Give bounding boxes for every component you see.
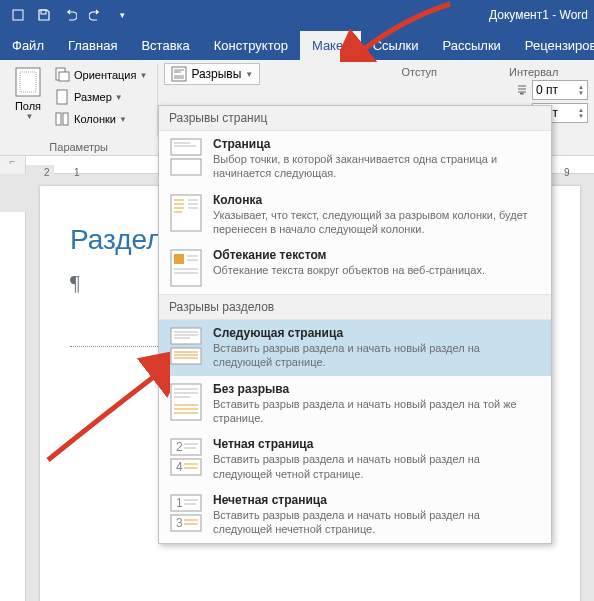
tab-review[interactable]: Рецензирован: [513, 31, 594, 60]
svg-text:3: 3: [176, 516, 183, 530]
tab-mailings[interactable]: Рассылки: [430, 31, 512, 60]
svg-rect-6: [57, 90, 67, 104]
spacing-before-icon: [515, 83, 529, 97]
vertical-ruler[interactable]: [0, 174, 26, 601]
spinner-icon[interactable]: ▲▼: [578, 84, 584, 96]
svg-rect-36: [171, 348, 201, 364]
break-evenpage-icon: 24: [169, 437, 203, 477]
break-continuous[interactable]: Без разрываВставить разрыв раздела и нач…: [159, 376, 551, 432]
dropdown-header-section-breaks: Разрывы разделов: [159, 294, 551, 320]
break-page[interactable]: СтраницаВыбор точки, в которой заканчива…: [159, 131, 551, 187]
indent-header: Отступ: [401, 64, 437, 80]
svg-rect-9: [172, 67, 186, 81]
svg-rect-5: [59, 72, 69, 81]
break-odd-page[interactable]: 13 Нечетная страницаВставить разрыв разд…: [159, 487, 551, 543]
svg-rect-14: [171, 139, 201, 155]
break-nextpage-icon: [169, 326, 203, 366]
columns-button[interactable]: Колонки▼: [50, 108, 151, 130]
tab-file[interactable]: Файл: [0, 31, 56, 60]
break-text-wrapping[interactable]: Обтекание текстомОбтекание текста вокруг…: [159, 242, 551, 294]
break-next-page[interactable]: Следующая страницаВставить разрыв раздел…: [159, 320, 551, 376]
size-button[interactable]: Размер▼: [50, 86, 151, 108]
svg-rect-32: [171, 328, 201, 344]
redo-icon[interactable]: [84, 3, 108, 27]
breaks-button[interactable]: Разрывы ▼: [164, 63, 260, 85]
spinner-icon[interactable]: ▲▼: [578, 107, 584, 119]
ribbon-group-page-setup: Поля ▼ Ориентация▼ Размер▼ Колонки▼ Пара…: [0, 60, 157, 156]
document-title: Документ1 - Word: [489, 8, 594, 22]
columns-icon: [54, 111, 70, 127]
margins-button[interactable]: Поля ▼: [6, 64, 50, 139]
save-icon[interactable]: [32, 3, 56, 27]
break-page-icon: [169, 137, 203, 177]
svg-rect-8: [63, 113, 68, 125]
breaks-icon: [171, 66, 187, 82]
break-column-icon: [169, 193, 203, 233]
spacing-before-input[interactable]: 0 пт▲▼: [532, 80, 588, 100]
svg-text:1: 1: [176, 496, 183, 510]
menu-bar: Файл Главная Вставка Конструктор Макет С…: [0, 30, 594, 60]
margins-label: Поля: [15, 100, 41, 112]
svg-text:2: 2: [176, 440, 183, 454]
group-label-page-setup: Параметры: [6, 139, 151, 156]
chevron-down-icon: ▼: [245, 70, 253, 79]
columns-label: Колонки: [74, 113, 116, 125]
break-continuous-icon: [169, 382, 203, 422]
break-column[interactable]: КолонкаУказывает, что текст, следующий з…: [159, 187, 551, 243]
tab-layout[interactable]: Макет: [300, 31, 361, 60]
spacing-header: Интервал: [509, 64, 588, 80]
qat-customize-icon[interactable]: ▾: [110, 3, 134, 27]
svg-rect-27: [174, 254, 184, 264]
title-bar: ▾ Документ1 - Word: [0, 0, 594, 30]
orientation-label: Ориентация: [74, 69, 136, 81]
qat-placeholder-icon[interactable]: [6, 3, 30, 27]
svg-rect-7: [56, 113, 61, 125]
tab-design[interactable]: Конструктор: [202, 31, 300, 60]
size-label: Размер: [74, 91, 112, 103]
breaks-dropdown: Разрывы страниц СтраницаВыбор точки, в к…: [158, 105, 552, 544]
size-icon: [54, 89, 70, 105]
svg-rect-1: [41, 10, 46, 14]
chevron-down-icon: ▼: [26, 112, 34, 121]
orientation-icon: [54, 67, 70, 83]
break-textwrap-icon: [169, 248, 203, 288]
break-even-page[interactable]: 24 Четная страницаВставить разрыв раздел…: [159, 431, 551, 487]
breaks-label: Разрывы: [191, 67, 241, 81]
tab-insert[interactable]: Вставка: [129, 31, 201, 60]
margins-icon: [12, 66, 44, 98]
undo-icon[interactable]: [58, 3, 82, 27]
tab-references[interactable]: Ссылки: [361, 31, 431, 60]
svg-text:4: 4: [176, 460, 183, 474]
svg-rect-15: [171, 159, 201, 175]
break-oddpage-icon: 13: [169, 493, 203, 533]
quick-access-toolbar: ▾: [0, 3, 140, 27]
svg-rect-0: [13, 10, 23, 20]
ruler-corner: ⌐: [0, 156, 26, 174]
orientation-button[interactable]: Ориентация▼: [50, 64, 151, 86]
dropdown-header-page-breaks: Разрывы страниц: [159, 106, 551, 131]
tab-home[interactable]: Главная: [56, 31, 129, 60]
